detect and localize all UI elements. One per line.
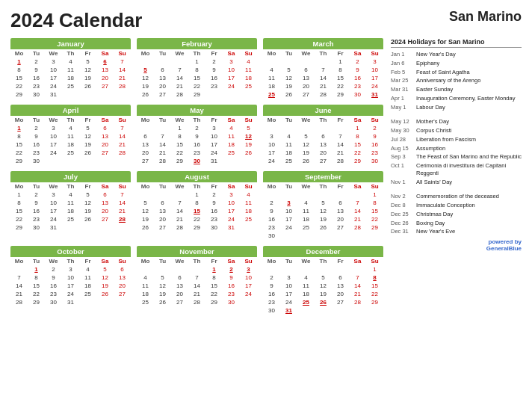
calendar-day: 30 (45, 298, 62, 306)
month-header: September (263, 171, 383, 182)
holiday-item: Dec 8Immaculate Conception (391, 202, 522, 209)
calendar-day: 3 (205, 124, 223, 132)
calendar-day: 20 (332, 290, 349, 298)
calendar-day: 2 (45, 265, 62, 274)
calendar-day: 9 (28, 199, 45, 207)
day-header-fr: Fr (332, 182, 349, 191)
calendar-day: 18 (280, 149, 297, 157)
calendar-day: 18 (240, 207, 257, 215)
month-header: May (137, 105, 257, 116)
holiday-date: Aug 15 (391, 145, 413, 152)
holiday-date: Dec 8 (391, 202, 413, 209)
calendar-day: 3 (45, 124, 62, 132)
holiday-date: May 12 (391, 118, 413, 126)
holiday-date: Mar 31 (391, 86, 413, 93)
calendar-day (315, 265, 332, 274)
calendar-day: 24 (45, 82, 62, 90)
day-header-mo: Mo (263, 257, 280, 265)
month-january: JanuaryMoTuWeThFrSaSu1234567891011121314… (10, 38, 131, 99)
calendar-day: 18 (62, 207, 79, 215)
calendar-day: 11 (79, 274, 96, 282)
calendar-day (79, 223, 96, 232)
day-header-mo: Mo (137, 116, 154, 124)
calendar-day: 26 (96, 290, 114, 298)
day-header-th: Th (62, 49, 79, 58)
calendar-day: 13 (315, 140, 332, 149)
calendar-day: 9 (366, 132, 383, 140)
calendar-day: 10 (45, 132, 62, 140)
calendar-day: 26 (240, 149, 257, 157)
calendar-day: 12 (297, 140, 315, 149)
calendar-day: 19 (154, 290, 171, 298)
day-header-sa: Sa (223, 182, 240, 191)
calendar-day: 25 (79, 290, 96, 298)
calendar-day: 24 (280, 223, 297, 232)
calendar-day: 28 (332, 157, 349, 165)
calendar-day: 22 (10, 82, 28, 90)
calendar-day (223, 90, 240, 99)
calendar-day: 9 (205, 66, 223, 74)
calendar-day: 10 (205, 132, 223, 140)
month-march: MarchMoTuWeThFrSaSu123456789101112131415… (263, 38, 383, 99)
day-header-sa: Sa (349, 257, 366, 265)
powered-by-label: powered by (489, 238, 522, 245)
holiday-item: May 30Corpus Christi (391, 127, 522, 135)
calendar-day (263, 191, 280, 199)
holiday-item: Feb 5Feast of Saint Agatha (391, 69, 522, 76)
day-header-tu: Tu (280, 116, 297, 124)
calendar-day (280, 58, 297, 66)
calendar-day: 16 (188, 140, 205, 149)
calendar-day: 22 (366, 290, 383, 298)
holiday-date: Apr 1 (391, 95, 413, 102)
month-october: OctoberMoTuWeThFrSaSu1234567891011121314… (10, 246, 131, 315)
calendar-day: 19 (297, 149, 315, 157)
calendar-day: 5 (79, 191, 96, 199)
powered-by-brand: GeneralBlue (391, 245, 522, 252)
calendar-day: 21 (154, 149, 171, 157)
calendar-day (349, 232, 366, 240)
calendar-day: 27 (154, 90, 171, 99)
month-header: January (10, 38, 131, 49)
calendar-day: 11 (240, 66, 257, 74)
calendar-day (188, 265, 205, 274)
holiday-name: Immaculate Conception (416, 202, 475, 209)
holiday-name: Easter Sunday (416, 86, 453, 93)
calendar-day (96, 223, 114, 232)
calendar-day: 2 (28, 58, 45, 66)
calendar-day: 4 (297, 199, 315, 207)
holiday-date: May 30 (391, 127, 413, 135)
calendar-day: 14 (114, 199, 131, 207)
calendar-day: 7 (114, 191, 131, 199)
calendar-day: 27 (137, 157, 154, 165)
powered-by: powered by GeneralBlue (391, 238, 522, 252)
calendar-day: 6 (315, 132, 332, 140)
day-header-su: Su (114, 182, 131, 191)
holiday-name: Mother's Day (416, 118, 449, 126)
calendar-day: 29 (205, 298, 223, 306)
calendar-day: 17 (366, 74, 383, 82)
calendar-day: 15 (332, 74, 349, 82)
calendar-day: 12 (280, 74, 297, 82)
calendar-day: 12 (137, 74, 154, 82)
holiday-item: Oct 1Cerimonia di investitura dei Capita… (391, 162, 522, 177)
calendar-day (297, 306, 315, 315)
calendar-day: 29 (366, 223, 383, 232)
calendar-day: 29 (10, 223, 28, 232)
month-header: April (10, 105, 131, 116)
holiday-item: Dec 31New Year's Eve (391, 228, 522, 235)
calendar-day: 14 (332, 140, 349, 149)
calendar-day: 23 (205, 82, 223, 90)
day-header-sa: Sa (349, 182, 366, 191)
calendar-day: 8 (366, 199, 383, 207)
calendar-day (79, 157, 96, 165)
calendar-day: 27 (96, 82, 114, 90)
day-header-th: Th (188, 49, 205, 58)
calendar-day: 25 (223, 149, 240, 157)
calendar-day: 14 (114, 66, 131, 74)
calendar-day: 31 (205, 157, 223, 165)
calendar-day (315, 191, 332, 199)
holiday-name: Christmas Day (416, 211, 453, 218)
calendar-day: 28 (349, 298, 366, 306)
calendar-day: 30 (366, 157, 383, 165)
day-header-th: Th (188, 257, 205, 265)
